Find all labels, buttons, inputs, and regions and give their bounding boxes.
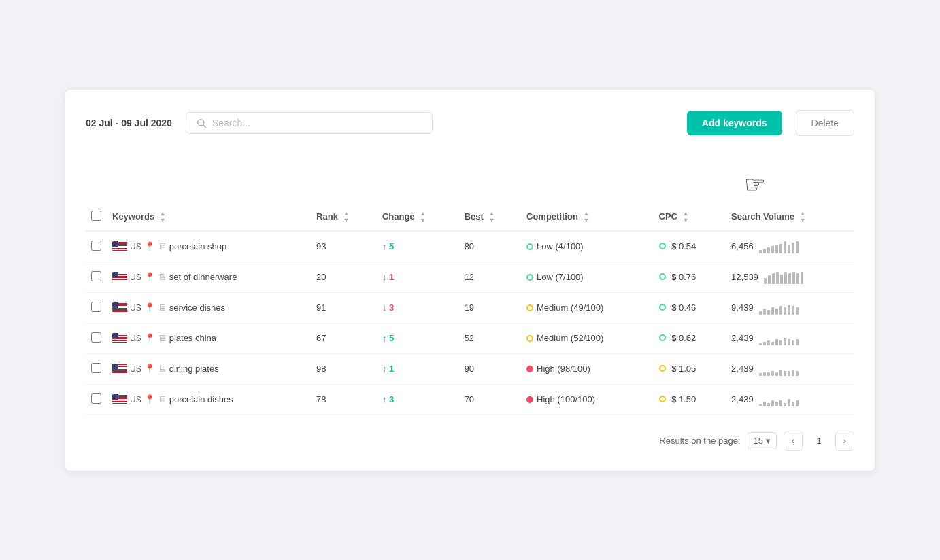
- vol-bar: [779, 244, 782, 253]
- competition-label: High (100/100): [537, 394, 595, 404]
- header-search-volume[interactable]: Search Volume ▲▼: [726, 204, 854, 231]
- volume-bars: [759, 301, 799, 315]
- country-label: US: [130, 364, 141, 374]
- best-cell: 52: [459, 323, 521, 353]
- volume-cell: 2,439: [726, 353, 854, 384]
- row-checkbox[interactable]: [91, 363, 101, 373]
- volume-wrapper: 9,439: [731, 301, 849, 315]
- volume-number: 2,439: [731, 364, 754, 374]
- competition-label: Low (7/100): [537, 272, 584, 282]
- keyword-cell: US 📍 🖥 porcelain dishes: [107, 384, 311, 415]
- header-best[interactable]: Best ▲▼: [459, 204, 521, 231]
- cursor-hand-icon: ☞: [744, 173, 766, 197]
- cpc-value: $ 0.62: [671, 333, 696, 343]
- header-change[interactable]: Change ▲▼: [377, 204, 459, 231]
- vol-bar: [771, 342, 774, 345]
- vol-bar: [784, 241, 786, 253]
- vol-bar: [759, 343, 762, 345]
- cpc-dot: [659, 243, 666, 249]
- sort-cpc-icon: ▲▼: [683, 211, 689, 224]
- row-checkbox[interactable]: [91, 302, 101, 312]
- change-value: ↑ 1: [382, 364, 394, 374]
- vol-bar: [779, 370, 782, 376]
- search-input[interactable]: [212, 118, 422, 128]
- volume-wrapper: 2,439: [731, 362, 849, 376]
- row-checkbox[interactable]: [91, 332, 101, 343]
- vol-bar: [763, 372, 766, 376]
- vol-bar: [771, 400, 774, 406]
- vol-bar: [792, 340, 794, 345]
- flag-us-icon: [112, 272, 127, 282]
- vol-bar: [784, 307, 786, 315]
- vol-bar: [771, 307, 774, 315]
- header-rank[interactable]: Rank ▲▼: [311, 204, 377, 231]
- cpc-cell: $ 0.76: [654, 262, 726, 292]
- cpc-cell: $ 0.46: [654, 292, 726, 323]
- vol-bar: [796, 307, 799, 315]
- header-competition[interactable]: Competition ▲▼: [521, 204, 654, 231]
- row-checkbox-cell[interactable]: [86, 262, 107, 292]
- add-keywords-button[interactable]: Add keywords: [687, 111, 782, 135]
- vol-bar: [796, 371, 799, 376]
- table-row: US 📍 🖥 dining plates 98 ↑ 1 90 High (98/…: [86, 353, 854, 384]
- device-icon: 🖥: [158, 364, 167, 374]
- keyword-name: dining plates: [169, 364, 219, 374]
- svg-line-1: [203, 125, 206, 128]
- delete-button[interactable]: Delete: [796, 110, 854, 136]
- row-checkbox-cell[interactable]: [86, 292, 107, 323]
- competition-dot: [526, 304, 533, 311]
- device-icon: 🖥: [158, 302, 167, 313]
- row-checkbox[interactable]: [91, 393, 101, 404]
- prev-page-button[interactable]: ‹: [784, 432, 803, 451]
- vol-bar: [792, 370, 794, 376]
- next-page-button[interactable]: ›: [835, 432, 854, 451]
- rank-cell: 20: [311, 262, 377, 292]
- sort-keywords-icon: ▲▼: [160, 211, 166, 224]
- pin-icon: 📍: [144, 272, 155, 282]
- header-keywords[interactable]: Keywords ▲▼: [107, 204, 311, 231]
- per-page-select[interactable]: 15 ▾: [748, 432, 777, 449]
- sort-volume-icon: ▲▼: [800, 211, 806, 224]
- vol-bar: [792, 402, 794, 406]
- row-checkbox-cell[interactable]: [86, 231, 107, 262]
- vol-bar: [771, 371, 774, 376]
- keyword-cell: US 📍 🖥 plates china: [107, 323, 311, 353]
- row-checkbox-cell[interactable]: [86, 353, 107, 384]
- rank-value: 93: [316, 241, 326, 251]
- vol-bar: [775, 245, 778, 253]
- cpc-value: $ 0.54: [671, 241, 696, 251]
- date-range: 02 Jul - 09 Jul 2020: [86, 118, 172, 128]
- vol-bar: [779, 340, 782, 345]
- volume-cell: 6,456: [726, 231, 854, 262]
- competition-label: Medium (49/100): [537, 302, 603, 313]
- cpc-cell: $ 1.50: [654, 384, 726, 415]
- best-cell: 80: [459, 231, 521, 262]
- row-checkbox-cell[interactable]: [86, 384, 107, 415]
- change-value: ↑ 3: [382, 394, 394, 404]
- select-all-checkbox[interactable]: [91, 211, 101, 221]
- country-label: US: [130, 395, 141, 404]
- search-icon: [196, 118, 207, 128]
- vol-bar: [759, 373, 762, 376]
- competition-label: Low (4/100): [537, 241, 584, 251]
- volume-cell: 9,439: [726, 292, 854, 323]
- header-cpc[interactable]: CPC ▲▼: [654, 204, 726, 231]
- vol-bar: [784, 403, 786, 406]
- current-page: 1: [809, 432, 828, 451]
- volume-wrapper: 2,439: [731, 332, 849, 345]
- vol-bar: [763, 402, 766, 406]
- volume-number: 9,439: [731, 302, 754, 313]
- vol-bar: [796, 241, 799, 253]
- keyword-cell: US 📍 🖥 dining plates: [107, 353, 311, 384]
- change-cell: ↓ 3: [377, 292, 459, 323]
- row-checkbox[interactable]: [91, 241, 101, 251]
- table-body: US 📍 🖥 porcelain shop 93 ↑ 5 80 Low (4/1…: [86, 231, 854, 415]
- row-checkbox[interactable]: [91, 271, 101, 281]
- cpc-value: $ 1.50: [671, 394, 696, 404]
- search-wrapper[interactable]: [186, 112, 433, 134]
- vol-bar: [784, 371, 786, 376]
- pin-icon: 📍: [144, 302, 155, 313]
- competition-wrapper: High (98/100): [526, 364, 648, 374]
- volume-number: 6,456: [731, 241, 754, 251]
- row-checkbox-cell[interactable]: [86, 323, 107, 353]
